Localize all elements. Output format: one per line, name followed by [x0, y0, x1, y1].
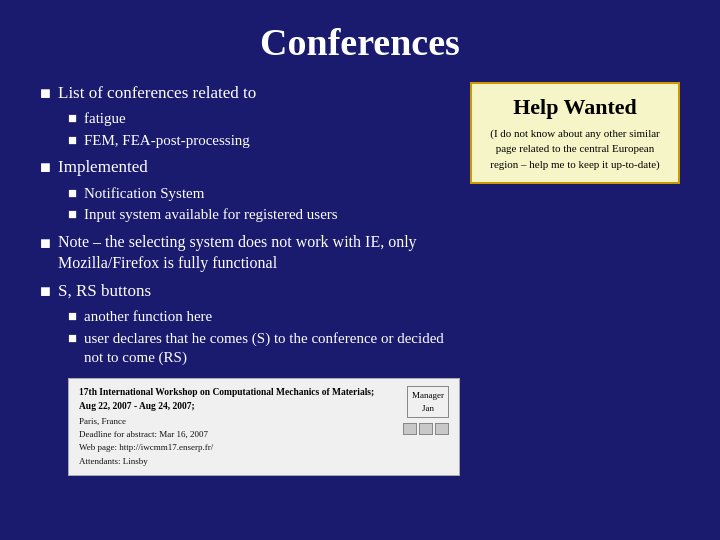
sub-bullet-notification: ■ Notification System: [68, 184, 460, 204]
main-bullet-rs-text: S, RS buttons: [58, 280, 151, 302]
sub-bullet-another-text: another function here: [84, 307, 212, 327]
sub-dot-5: ■: [68, 307, 84, 327]
content-area: ■ List of conferences related to ■ fatig…: [40, 82, 680, 476]
left-column: ■ List of conferences related to ■ fatig…: [40, 82, 460, 476]
card-title: 17th International Workshop on Computati…: [79, 386, 386, 414]
help-box-title: Help Wanted: [486, 94, 664, 120]
manager-label: Manager: [412, 389, 444, 402]
card-line-webpage: Web page: http://iwcmm17.enserp.fr/: [79, 441, 386, 454]
manager-name: Jan: [412, 402, 444, 415]
slide: Conferences ■ List of conferences relate…: [0, 0, 720, 540]
main-bullet-note-text: Note – the selecting system does not wor…: [58, 231, 460, 274]
bullet-dot-4: ■: [40, 280, 58, 303]
sub-bullets-rs: ■ another function here ■ user declares …: [68, 307, 460, 368]
bullet-section-rs: ■ S, RS buttons ■ another function here …: [40, 280, 460, 368]
card-line-attendants: Attendants: Linsby: [79, 455, 386, 468]
bullet-section-list: ■ List of conferences related to ■ fatig…: [40, 82, 460, 150]
slide-title: Conferences: [40, 20, 680, 64]
sub-bullet-notification-text: Notification System: [84, 184, 204, 204]
sub-dot-3: ■: [68, 184, 84, 204]
sub-dot-4: ■: [68, 205, 84, 225]
sub-bullet-input-text: Input system available for registered us…: [84, 205, 338, 225]
small-box-3: [435, 423, 449, 435]
bullet-dot-3: ■: [40, 231, 58, 255]
small-box-1: [403, 423, 417, 435]
sub-bullet-fatigue: ■ fatigue: [68, 109, 460, 129]
help-box-text: (I do not know about any other similar p…: [486, 126, 664, 172]
sub-bullets-implemented: ■ Notification System ■ Input system ava…: [68, 184, 460, 225]
sub-bullet-fatigue-text: fatigue: [84, 109, 126, 129]
bullet-dot-2: ■: [40, 156, 58, 179]
main-bullet-note: ■ Note – the selecting system does not w…: [40, 231, 460, 274]
sub-bullet-fem: ■ FEM, FEA-post-processing: [68, 131, 460, 151]
main-bullet-list-text: List of conferences related to: [58, 82, 256, 104]
sub-bullet-declares: ■ user declares that he comes (S) to the…: [68, 329, 460, 368]
main-bullet-implemented: ■ Implemented: [40, 156, 460, 179]
card-right-side: Manager Jan: [394, 386, 449, 468]
card-main-content: 17th International Workshop on Computati…: [79, 386, 386, 468]
bullet-section-implemented: ■ Implemented ■ Notification System ■ In…: [40, 156, 460, 224]
help-wanted-box: Help Wanted (I do not know about any oth…: [470, 82, 680, 184]
main-bullet-rs: ■ S, RS buttons: [40, 280, 460, 303]
manager-box: Manager Jan: [407, 386, 449, 418]
small-boxes-row: [403, 423, 449, 435]
sub-bullets-list: ■ fatigue ■ FEM, FEA-post-processing: [68, 109, 460, 150]
sub-bullet-input: ■ Input system available for registered …: [68, 205, 460, 225]
bullet-section-note: ■ Note – the selecting system does not w…: [40, 231, 460, 274]
conference-card: 17th International Workshop on Computati…: [68, 378, 460, 476]
card-line-deadline: Deadline for abstract: Mar 16, 2007: [79, 428, 386, 441]
sub-bullet-fem-text: FEM, FEA-post-processing: [84, 131, 250, 151]
sub-bullet-another: ■ another function here: [68, 307, 460, 327]
bullet-dot-1: ■: [40, 82, 58, 105]
sub-dot-6: ■: [68, 329, 84, 349]
sub-bullet-declares-text: user declares that he comes (S) to the c…: [84, 329, 460, 368]
small-box-2: [419, 423, 433, 435]
main-bullet-implemented-text: Implemented: [58, 156, 148, 178]
sub-dot-2: ■: [68, 131, 84, 151]
card-line-city: Paris, France: [79, 415, 386, 428]
sub-dot-1: ■: [68, 109, 84, 129]
main-bullet-list: ■ List of conferences related to: [40, 82, 460, 105]
